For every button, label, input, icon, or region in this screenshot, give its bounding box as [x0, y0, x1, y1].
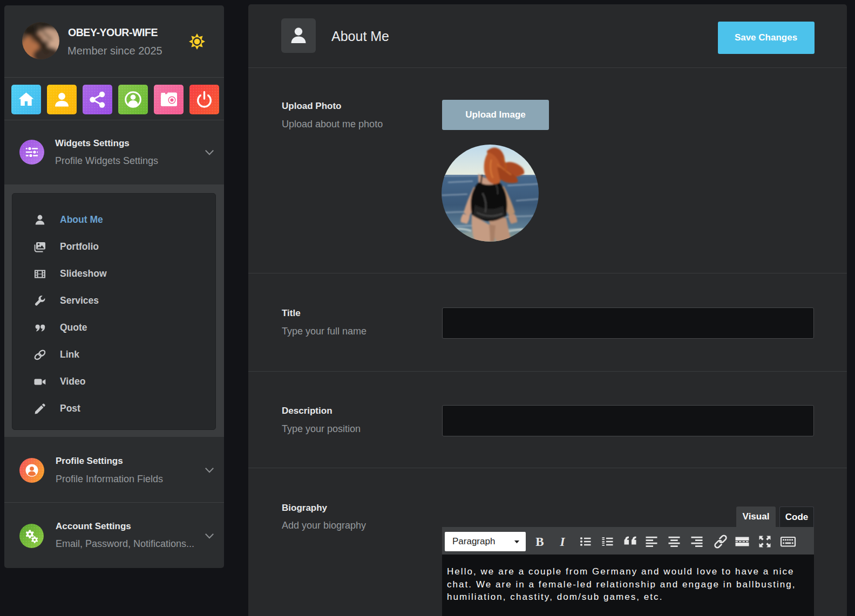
svg-text:B: B — [535, 535, 544, 549]
svg-text:I: I — [560, 535, 566, 549]
